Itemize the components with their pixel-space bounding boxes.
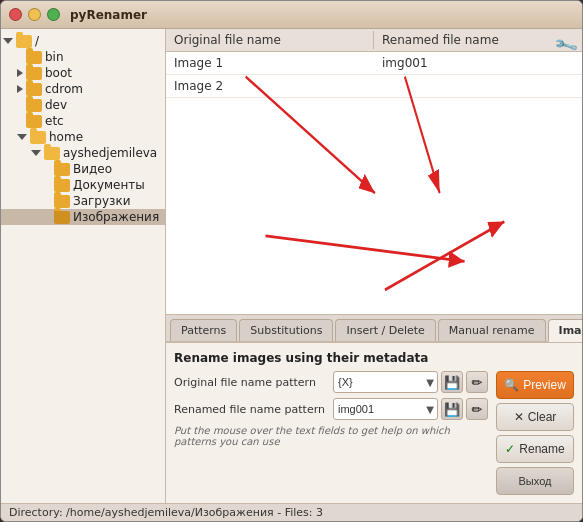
disk-icon: 💾 [444, 375, 460, 390]
folder-icon [54, 211, 70, 224]
tab-patterns[interactable]: Patterns [170, 319, 237, 341]
original-pattern-edit-btn[interactable]: ✏ [466, 371, 488, 393]
sidebar-item-docs[interactable]: Документы [1, 177, 165, 193]
sidebar-item-etc[interactable]: etc [1, 113, 165, 129]
sidebar-item-etc-label: etc [45, 114, 64, 128]
main-window: pyRenamer / bin boot [0, 0, 583, 522]
renamed-pattern-select[interactable]: img001 [333, 398, 438, 420]
renamed-pattern-edit-btn[interactable]: ✏ [466, 398, 488, 420]
sidebar: / bin boot cdrom [1, 29, 166, 503]
folder-icon [26, 115, 42, 128]
sidebar-item-home-label: home [49, 130, 83, 144]
tab-insert-delete[interactable]: Insert / Delete [335, 319, 435, 341]
sidebar-item-boot[interactable]: boot [1, 65, 165, 81]
original-pattern-row: Original file name pattern {X} ▼ 💾 [174, 371, 488, 393]
wrench-button[interactable]: 🔧 [554, 33, 578, 57]
clear-label: Clear [528, 410, 557, 424]
sidebar-item-bin[interactable]: bin [1, 49, 165, 65]
sidebar-item-cdrom-label: cdrom [45, 82, 83, 96]
sidebar-item-dev-label: dev [45, 98, 67, 112]
sidebar-item-bin-label: bin [45, 50, 64, 64]
folder-icon [54, 179, 70, 192]
rename-button[interactable]: ✓ Rename [496, 435, 574, 463]
renamed-pattern-row: Renamed file name pattern img001 ▼ 💾 [174, 398, 488, 420]
disk-icon: 💾 [444, 402, 460, 417]
sidebar-item-images[interactable]: Изображения [1, 209, 165, 225]
sidebar-item-downloads[interactable]: Загрузки [1, 193, 165, 209]
tab-manual-rename[interactable]: Manual rename [438, 319, 546, 341]
renamed-filename [374, 77, 582, 95]
statusbar: Directory: /home/ayshedjemileva/Изображе… [1, 503, 582, 521]
table-row[interactable]: Image 2 [166, 75, 582, 98]
tab-substitutions[interactable]: Substitutions [239, 319, 333, 341]
tab-images[interactable]: Images [548, 319, 582, 342]
minimize-button[interactable] [28, 8, 41, 21]
original-filename: Image 1 [166, 54, 374, 72]
folder-icon [26, 67, 42, 80]
x-icon: ✕ [514, 410, 524, 424]
exit-label: Выход [519, 475, 552, 487]
pencil-icon: ✏ [472, 375, 483, 390]
file-list-body: Image 1 img001 Image 2 [166, 52, 582, 98]
search-icon: 🔍 [504, 378, 519, 392]
sidebar-item-ayshed[interactable]: ayshedjemileva [1, 145, 165, 161]
hint-text: Put the mouse over the text fields to ge… [174, 425, 488, 447]
pencil-icon: ✏ [472, 402, 483, 417]
exit-button[interactable]: Выход [496, 467, 574, 495]
original-pattern-load-btn[interactable]: 💾 [441, 371, 463, 393]
statusbar-text: Directory: /home/ayshedjemileva/Изображе… [9, 506, 323, 519]
sidebar-item-cdrom[interactable]: cdrom [1, 81, 165, 97]
folder-open-icon [30, 131, 46, 144]
table-row[interactable]: Image 1 img001 [166, 52, 582, 75]
renamed-pattern-load-btn[interactable]: 💾 [441, 398, 463, 420]
sidebar-item-video[interactable]: Видео [1, 161, 165, 177]
tabs-bar: Patterns Substitutions Insert / Delete M… [166, 315, 582, 342]
sidebar-item-downloads-label: Загрузки [73, 194, 131, 208]
preview-label: Preview [523, 378, 566, 392]
sidebar-item-dev[interactable]: dev [1, 97, 165, 113]
sidebar-item-images-label: Изображения [73, 210, 159, 224]
file-list-header: Original file name Renamed file name [166, 29, 582, 52]
file-list-area: 🔧 Original file name Renamed file name I… [166, 29, 582, 315]
maximize-button[interactable] [47, 8, 60, 21]
sidebar-item-docs-label: Документы [73, 178, 145, 192]
check-icon: ✓ [505, 442, 515, 456]
svg-line-3 [266, 236, 465, 262]
original-filename: Image 2 [166, 77, 374, 95]
window-title: pyRenamer [70, 8, 147, 22]
close-button[interactable] [9, 8, 22, 21]
images-panel: Rename images using their metadata Origi… [166, 342, 582, 503]
sidebar-item-home[interactable]: home [1, 129, 165, 145]
folder-open-icon [44, 147, 60, 160]
header-renamed: Renamed file name [374, 31, 507, 49]
bottom-section: Original file name pattern {X} ▼ 💾 [174, 371, 574, 495]
header-original: Original file name [166, 31, 374, 49]
renamed-pattern-select-wrap: img001 ▼ [333, 398, 438, 420]
sidebar-item-root-label: / [35, 34, 39, 48]
clear-button[interactable]: ✕ Clear [496, 403, 574, 431]
folder-icon [54, 163, 70, 176]
original-pattern-wrap: {X} ▼ 💾 ✏ [333, 371, 488, 393]
sidebar-item-video-label: Видео [73, 162, 112, 176]
panel-title: Rename images using their metadata [174, 351, 574, 365]
right-panel: 🔧 Original file name Renamed file name I… [166, 29, 582, 503]
sidebar-item-ayshed-label: ayshedjemileva [63, 146, 157, 160]
svg-line-4 [385, 222, 504, 290]
folder-icon [54, 195, 70, 208]
folder-icon [26, 99, 42, 112]
wrench-icon: 🔧 [553, 32, 580, 58]
renamed-pattern-wrap: img001 ▼ 💾 ✏ [333, 398, 488, 420]
titlebar: pyRenamer [1, 1, 582, 29]
folder-icon [26, 83, 42, 96]
form-section: Original file name pattern {X} ▼ 💾 [174, 371, 488, 495]
rename-label: Rename [519, 442, 564, 456]
folder-icon [26, 51, 42, 64]
sidebar-item-root[interactable]: / [1, 33, 165, 49]
original-pattern-select[interactable]: {X} [333, 371, 438, 393]
main-content: / bin boot cdrom [1, 29, 582, 503]
folder-open-icon [16, 35, 32, 48]
preview-button[interactable]: 🔍 Preview [496, 371, 574, 399]
renamed-pattern-label: Renamed file name pattern [174, 403, 329, 416]
action-buttons: 🔍 Preview ✕ Clear ✓ Rename Выход [496, 371, 574, 495]
sidebar-item-boot-label: boot [45, 66, 72, 80]
